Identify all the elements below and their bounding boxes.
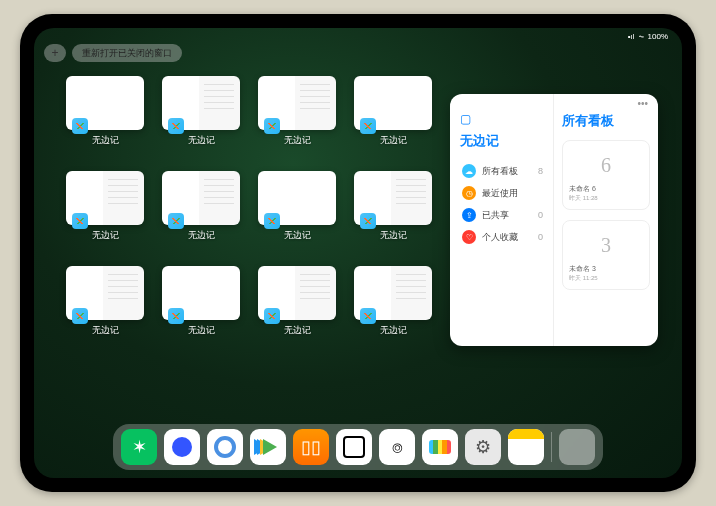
books-icon[interactable]: ▯▯ (293, 429, 329, 465)
window-tile[interactable]: 无边记 (354, 266, 432, 337)
board-time: 昨天 11:25 (569, 274, 643, 283)
freeform-app-icon (168, 308, 184, 324)
windows-grid: 无边记无边记无边记无边记无边记无边记无边记无边记无边记无边记无边记无边记 (66, 76, 432, 337)
sidebar-item-count: 0 (538, 210, 543, 220)
board-preview: 3 (569, 227, 643, 264)
window-thumbnail (258, 266, 336, 320)
window-thumbnail (162, 266, 240, 320)
freeform-app-icon (360, 213, 376, 229)
window-label: 无边记 (188, 134, 215, 147)
freeform-icon[interactable] (422, 429, 458, 465)
sidebar-item[interactable]: ⇪已共享0 (460, 204, 545, 226)
sidebar-item-label: 个人收藏 (482, 231, 532, 244)
wechat-icon[interactable]: ✶ (121, 429, 157, 465)
window-tile[interactable]: 无边记 (258, 76, 336, 147)
sidebar-item-label: 所有看板 (482, 165, 532, 178)
window-tile[interactable]: 无边记 (258, 171, 336, 242)
sidebar-item-label: 已共享 (482, 209, 532, 222)
spotlight-panel: ••• ▢ 无边记 ☁所有看板8◷最近使用⇪已共享0♡个人收藏0 所有看板 6未… (450, 94, 658, 346)
window-label: 无边记 (92, 134, 119, 147)
battery-label: 100% (648, 32, 668, 41)
window-thumbnail (162, 76, 240, 130)
panel-content: 所有看板 6未命名 6昨天 11:283未命名 3昨天 11:25 (554, 94, 658, 346)
freeform-app-icon (360, 118, 376, 134)
window-thumbnail (354, 266, 432, 320)
panel-menu-icon[interactable]: ••• (637, 98, 648, 109)
sidebar-item[interactable]: ☁所有看板8 (460, 160, 545, 182)
sidebar-item[interactable]: ♡个人收藏0 (460, 226, 545, 248)
window-label: 无边记 (380, 229, 407, 242)
freeform-app-icon (72, 213, 88, 229)
window-label: 无边记 (284, 324, 311, 337)
window-tile[interactable]: 无边记 (354, 171, 432, 242)
status-bar: •ıl ⏦ 100% (628, 32, 668, 41)
notes-icon[interactable] (508, 429, 544, 465)
freeform-app-icon (72, 308, 88, 324)
wifi-icon: ⏦ (639, 32, 644, 41)
sidebar-item-icon: ☁ (462, 164, 476, 178)
freeform-app-icon (360, 308, 376, 324)
window-tile[interactable]: 无边记 (354, 76, 432, 147)
window-label: 无边记 (380, 134, 407, 147)
window-thumbnail (66, 76, 144, 130)
window-tile[interactable]: 无边记 (66, 266, 144, 337)
obsidian-icon[interactable] (336, 429, 372, 465)
library-icon: ▢ (460, 112, 545, 126)
reopen-closed-window-button[interactable]: 重新打开已关闭的窗口 (72, 44, 182, 62)
window-label: 无边记 (92, 324, 119, 337)
window-tile[interactable]: 无边记 (66, 76, 144, 147)
freeform-app-icon (264, 118, 280, 134)
window-thumbnail (354, 76, 432, 130)
sidebar-item-icon: ⇪ (462, 208, 476, 222)
sidebar-item-icon: ◷ (462, 186, 476, 200)
window-thumbnail (258, 76, 336, 130)
window-tile[interactable]: 无边记 (258, 266, 336, 337)
sidebar-item-label: 最近使用 (482, 187, 537, 200)
quark-icon[interactable] (164, 429, 200, 465)
window-label: 无边记 (188, 229, 215, 242)
window-thumbnail (66, 266, 144, 320)
panel-sidebar: ▢ 无边记 ☁所有看板8◷最近使用⇪已共享0♡个人收藏0 (450, 94, 554, 346)
settings-icon[interactable]: ⚙ (465, 429, 501, 465)
freeform-app-icon (264, 308, 280, 324)
window-thumbnail (66, 171, 144, 225)
panel-title: 无边记 (460, 132, 545, 150)
screen: •ıl ⏦ 100% + 重新打开已关闭的窗口 无边记无边记无边记无边记无边记无… (34, 28, 682, 478)
window-label: 无边记 (284, 134, 311, 147)
window-label: 无边记 (380, 324, 407, 337)
recent-icon[interactable] (559, 429, 595, 465)
board-name: 未命名 3 (569, 264, 643, 274)
window-tile[interactable]: 无边记 (162, 76, 240, 147)
window-thumbnail (258, 171, 336, 225)
board-name: 未命名 6 (569, 184, 643, 194)
freeform-app-icon (72, 118, 88, 134)
dock: ✶▯▯⌾⚙ (113, 424, 603, 470)
window-thumbnail (162, 171, 240, 225)
freeform-app-icon (168, 118, 184, 134)
board-card[interactable]: 3未命名 3昨天 11:25 (562, 220, 650, 290)
ipad-frame: •ıl ⏦ 100% + 重新打开已关闭的窗口 无边记无边记无边记无边记无边记无… (20, 14, 696, 492)
sidebar-item-count: 8 (538, 166, 543, 176)
window-thumbnail (354, 171, 432, 225)
freeform-app-icon (168, 213, 184, 229)
board-card[interactable]: 6未命名 6昨天 11:28 (562, 140, 650, 210)
qqbrowser-icon[interactable] (207, 429, 243, 465)
top-controls: + 重新打开已关闭的窗口 (44, 44, 182, 62)
freeform-app-icon (264, 213, 280, 229)
sidebar-item[interactable]: ◷最近使用 (460, 182, 545, 204)
panel-right-title: 所有看板 (562, 112, 650, 130)
window-tile[interactable]: 无边记 (66, 171, 144, 242)
window-tile[interactable]: 无边记 (162, 171, 240, 242)
sidebar-item-count: 0 (538, 232, 543, 242)
signal-icon: •ıl (628, 32, 635, 41)
new-window-button[interactable]: + (44, 44, 66, 62)
window-label: 无边记 (188, 324, 215, 337)
window-tile[interactable]: 无边记 (162, 266, 240, 337)
sidebar-item-icon: ♡ (462, 230, 476, 244)
board-preview: 6 (569, 147, 643, 184)
network-icon[interactable]: ⌾ (379, 429, 415, 465)
window-label: 无边记 (284, 229, 311, 242)
play-icon[interactable] (250, 429, 286, 465)
window-label: 无边记 (92, 229, 119, 242)
board-time: 昨天 11:28 (569, 194, 643, 203)
